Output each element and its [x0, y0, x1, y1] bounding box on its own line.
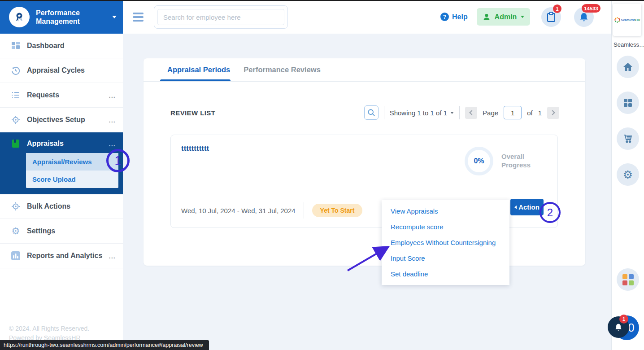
review-title: ttttttttttt [181, 144, 209, 153]
sidebar-item-label: Dashboard [27, 42, 116, 50]
of-label: of [527, 109, 533, 117]
action-button-label: Action [518, 203, 540, 211]
target-icon [10, 115, 22, 124]
search-icon [367, 109, 375, 117]
sidebar-item-objectives-setup[interactable]: Objectives Setup ... [0, 108, 123, 132]
tab-label: Appraisal Periods [167, 66, 230, 74]
left-sidebar: Performance Management Dashboard Apprais… [0, 0, 123, 350]
chevron-right-icon [550, 110, 555, 115]
list-search-button[interactable] [364, 105, 379, 120]
content-card: Appraisal Periods Performance Reviews RE… [144, 58, 585, 266]
sidebar-item-dashboard[interactable]: Dashboard [0, 34, 123, 58]
page-number-input[interactable] [504, 106, 522, 119]
copyright-text: © 2024. All Rights Reserved. [9, 324, 89, 333]
book-icon [10, 139, 22, 148]
prev-page-button[interactable] [465, 107, 477, 119]
sidebar-item-appraisals[interactable]: Appraisals ... [0, 132, 123, 152]
history-icon [10, 66, 22, 75]
bell-icon [579, 12, 589, 22]
clipboard-badge: 1 [553, 4, 561, 13]
divider [384, 106, 384, 119]
menu-item-input-score[interactable]: Input Score [382, 252, 509, 264]
action-button[interactable]: Action [510, 199, 544, 215]
annotation-step-2: 2 [540, 202, 561, 223]
seamlesshr-logo-text: SeamlessHR [621, 18, 640, 22]
divider [617, 304, 639, 304]
sidebar-subitem-appraisal-reviews[interactable]: Appraisal/Reviews [26, 153, 118, 171]
window-top-edge [0, 0, 644, 1]
annotation-step-1: 1 [106, 149, 130, 172]
sidebar-item-appraisal-cycles[interactable]: Appraisal Cycles [0, 58, 123, 83]
action-dropdown-menu: View Appraisals Recompute score Employee… [382, 200, 509, 285]
menu-item-set-deadline[interactable]: Set deadline [382, 268, 509, 280]
target-icon [10, 202, 22, 211]
chevron-left-icon [469, 110, 474, 115]
progress-ring: 0% [465, 147, 493, 175]
tab-label: Performance Reviews [244, 66, 321, 74]
clipboard-icon [546, 12, 556, 22]
tab-performance-reviews[interactable]: Performance Reviews [244, 58, 321, 81]
next-page-button[interactable] [547, 107, 559, 119]
sidebar-item-label: Requests [27, 91, 109, 99]
sidebar-item-reports-analytics[interactable]: Reports and Analytics ... [0, 244, 123, 268]
showing-dropdown[interactable]: Showing 1 to 1 of 1 [390, 109, 454, 117]
sidebar-item-bulk-actions[interactable]: Bulk Actions [0, 194, 123, 219]
list-check-icon [10, 91, 22, 100]
menu-item-employees-without-countersigning[interactable]: Employees Without Countersigning [382, 236, 509, 249]
menu-item-recompute-score[interactable]: Recompute score [382, 221, 509, 233]
chat-badge: 1 [619, 315, 628, 324]
notifications-badge: 14533 [582, 4, 600, 13]
marketplace-button[interactable] [617, 127, 639, 150]
sidebar-item-settings[interactable]: ⚙ Settings [0, 219, 123, 244]
gear-icon: ⚙ [10, 227, 22, 236]
sidebar-item-label: Bulk Actions [27, 202, 116, 210]
progress-value: 0% [474, 157, 484, 165]
sidebar-item-label: Appraisals [27, 140, 109, 148]
apps-grid-button[interactable] [617, 92, 639, 114]
bar-chart-icon [10, 251, 22, 260]
more-indicator: ... [109, 140, 116, 148]
app-title: Performance Management [36, 9, 110, 26]
review-date-range: Wed, 10 Jul, 2024 - Wed, 31 Jul, 2024 [181, 207, 296, 214]
total-pages: 1 [538, 109, 542, 117]
home-icon [622, 62, 633, 72]
more-indicator: ... [109, 252, 116, 260]
cart-icon [622, 133, 633, 144]
search-input[interactable] [157, 9, 284, 25]
app-window: Performance Management Dashboard Apprais… [0, 0, 644, 350]
divider [459, 106, 460, 119]
dashboard-icon [10, 41, 22, 50]
review-list-heading: REVIEW LIST [170, 109, 215, 117]
user-icon [483, 13, 491, 21]
admin-menu-button[interactable]: Admin [477, 8, 530, 26]
grid-icon [623, 98, 633, 108]
sidebar-subitem-score-upload[interactable]: Score Upload [26, 171, 118, 188]
module-switcher[interactable]: Performance Management [0, 0, 123, 34]
chevron-left-icon [514, 206, 517, 209]
chevron-down-icon [112, 16, 117, 18]
sidebar-item-label: Reports and Analytics [27, 252, 109, 260]
tab-appraisal-periods[interactable]: Appraisal Periods [167, 58, 230, 81]
right-sidebar: SeamlessHR Seamless… ⚙ 0 1 [611, 1, 644, 350]
gear-icon: ⚙ [623, 169, 633, 180]
tabs-row: Appraisal Periods Performance Reviews [144, 58, 585, 82]
settings-button[interactable]: ⚙ [617, 163, 639, 186]
showing-label: Showing 1 to 1 of 1 [390, 109, 447, 117]
appraisals-submenu: Appraisal/Reviews Score Upload [26, 153, 118, 188]
sidebar-item-label: Settings [27, 227, 116, 235]
seamlesshr-logo[interactable]: SeamlessHR [613, 4, 641, 36]
bell-icon [614, 323, 622, 332]
sidebar-item-requests[interactable]: Requests ... [0, 83, 123, 108]
home-button[interactable] [617, 56, 639, 78]
app-switcher-button[interactable] [617, 268, 639, 291]
colored-grid-icon [622, 274, 634, 285]
hamburger-menu-icon[interactable] [133, 13, 144, 23]
help-button[interactable]: Help [440, 13, 468, 21]
annotation-arrow [339, 240, 397, 276]
topbar: Help Admin 1 14533 [123, 1, 611, 34]
sidebar-item-label: Objectives Setup [27, 116, 109, 124]
menu-item-view-appraisals[interactable]: View Appraisals [382, 205, 509, 217]
review-footer: Wed, 10 Jul, 2024 - Wed, 31 Jul, 2024 Ye… [181, 202, 362, 219]
status-badge: Yet To Start [312, 204, 363, 217]
chevron-down-icon [450, 112, 454, 114]
